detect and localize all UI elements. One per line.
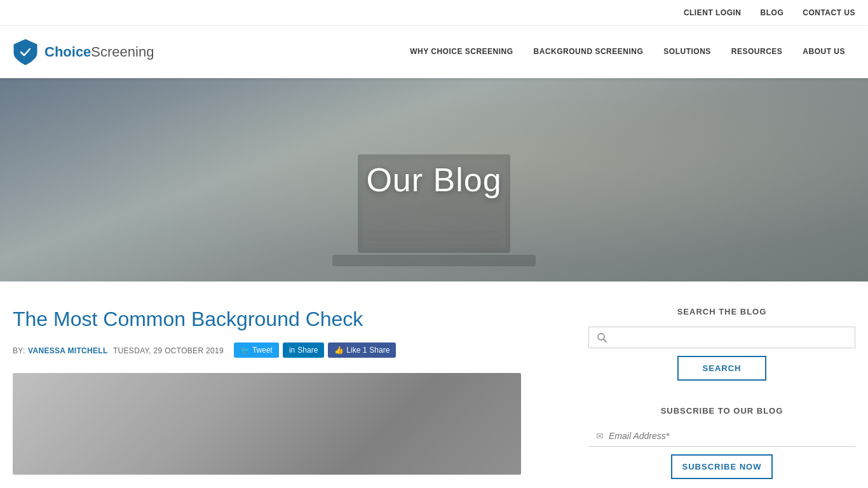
twitter-icon: 🐦 <box>240 346 250 355</box>
nav-links: WHY CHOICE SCREENING BACKGROUND SCREENIN… <box>400 26 855 78</box>
svg-rect-4 <box>367 237 501 241</box>
logo-text: ChoiceScreening <box>44 44 154 60</box>
search-icon <box>597 332 607 342</box>
contact-us-link[interactable]: CONTACT US <box>803 8 855 17</box>
subscribe-title: SUBSCRIBE TO OUR BLOG <box>588 406 855 416</box>
sidebar: SEARCH THE BLOG SEARCH SUBSCRIBE TO OUR … <box>588 307 855 488</box>
article-image <box>13 373 521 475</box>
article-meta: BY: VANESSA MITCHELL TUESDAY, 29 OCTOBER… <box>13 342 563 358</box>
nav-resources[interactable]: RESOURCES <box>721 26 793 78</box>
author-link[interactable]: VANESSA MITCHELL <box>28 346 107 355</box>
social-buttons: 🐦 Tweet in Share 👍 Like 1 Share <box>234 342 396 358</box>
email-icon: ✉ <box>596 431 604 441</box>
article-date: TUESDAY, 29 OCTOBER 2019 <box>113 346 224 355</box>
nav-about[interactable]: ABOUT US <box>792 26 855 78</box>
svg-rect-5 <box>367 243 501 247</box>
nav-why-choice[interactable]: WHY CHOICE SCREENING <box>400 26 523 78</box>
facebook-icon: 👍 <box>334 346 344 355</box>
tweet-button[interactable]: 🐦 Tweet <box>234 342 279 358</box>
logo-link[interactable]: ChoiceScreening <box>13 38 154 66</box>
article-title: The Most Common Background Check <box>13 307 563 331</box>
hero-title: Our Blog <box>366 161 501 199</box>
svg-rect-3 <box>367 231 501 234</box>
facebook-like-button[interactable]: 👍 Like 1 Share <box>328 342 396 358</box>
logo-shield-icon <box>13 38 38 66</box>
search-title: SEARCH THE BLOG <box>588 307 855 316</box>
svg-line-7 <box>604 339 606 342</box>
nav-background[interactable]: BACKGROUND SCREENING <box>524 26 654 78</box>
search-button[interactable]: SEARCH <box>677 356 766 381</box>
top-bar: CLIENT LOGIN BLOG CONTACT US <box>0 0 868 26</box>
linkedin-icon: in <box>289 346 295 355</box>
client-login-link[interactable]: CLIENT LOGIN <box>684 8 742 17</box>
email-input-wrap: ✉ <box>588 426 855 447</box>
article-author-block: BY: VANESSA MITCHELL TUESDAY, 29 OCTOBER… <box>13 344 224 356</box>
subscribe-section: SUBSCRIBE TO OUR BLOG ✉ SUBSCRIBE NOW <box>588 406 855 479</box>
by-label: BY: <box>13 346 25 355</box>
linkedin-share-button[interactable]: in Share <box>283 342 324 358</box>
search-input[interactable] <box>612 332 847 342</box>
svg-rect-2 <box>332 255 536 266</box>
blog-link[interactable]: BLOG <box>761 8 784 17</box>
email-input[interactable] <box>609 431 848 441</box>
subscribe-button[interactable]: SUBSCRIBE NOW <box>671 454 773 479</box>
search-box <box>588 327 855 348</box>
nav-solutions[interactable]: SOLUTIONS <box>653 26 721 78</box>
search-section: SEARCH THE BLOG SEARCH <box>588 307 855 381</box>
main-content: The Most Common Background Check BY: VAN… <box>13 307 588 488</box>
content-wrapper: The Most Common Background Check BY: VAN… <box>0 281 868 488</box>
main-nav: ChoiceScreening WHY CHOICE SCREENING BAC… <box>0 26 868 78</box>
hero-banner: Our Blog <box>0 78 868 281</box>
